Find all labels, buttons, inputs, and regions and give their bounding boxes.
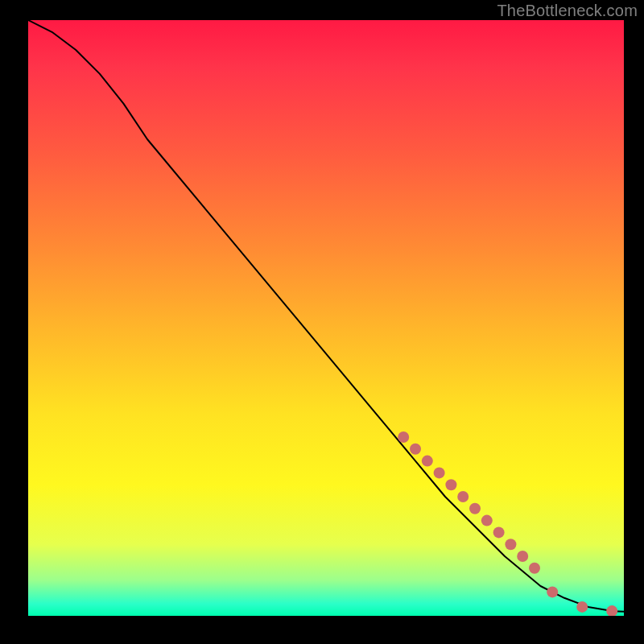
highlight-dot <box>547 586 558 597</box>
highlight-dot <box>434 467 445 478</box>
highlight-dot <box>457 491 469 502</box>
chart-overlay <box>28 20 624 616</box>
highlight-dots <box>398 431 617 616</box>
highlight-dot <box>576 601 588 613</box>
highlight-dot <box>422 456 433 467</box>
highlight-dot <box>517 551 528 562</box>
highlight-dot <box>493 526 505 538</box>
chart-frame: TheBottleneck.com <box>0 0 644 644</box>
highlight-dot <box>410 444 421 455</box>
plot-area <box>28 20 624 616</box>
highlight-dot <box>398 431 409 443</box>
curve-line <box>28 20 624 612</box>
highlight-dot <box>505 539 516 550</box>
highlight-dot <box>481 515 493 526</box>
highlight-dot <box>529 563 540 574</box>
highlight-dot <box>606 605 617 616</box>
watermark-text: TheBottleneck.com <box>497 2 638 20</box>
highlight-dot <box>469 503 481 514</box>
highlight-dot <box>445 479 456 490</box>
